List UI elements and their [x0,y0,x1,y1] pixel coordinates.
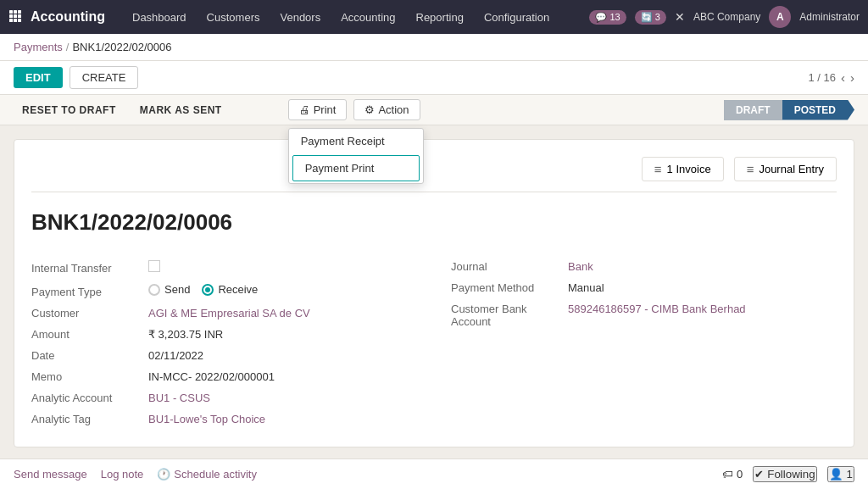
user-icon: 👤 [829,468,843,481]
nav-vendors[interactable]: Vendors [271,8,329,27]
draft-status: DRAFT [724,100,782,120]
receive-radio[interactable]: Receive [202,283,258,296]
amount-value: ₹ 3,203.75 INR [148,328,223,341]
user-avatar[interactable]: A [769,6,791,28]
posted-status: POSTED [782,100,854,120]
content-card: ≡ 1 Invoice ≡ Journal Entry BNK1/2022/02… [14,139,854,447]
form-grid: Internal Transfer Payment Type Send Rece… [31,256,837,430]
nav-reporting[interactable]: Reporting [408,8,472,27]
memo-row: Memo IN-MCC- 2022/02/000001 [31,366,417,387]
payment-type-row: Payment Type Send Receive [31,279,417,303]
svg-rect-6 [9,19,13,22]
followers-button[interactable]: 👤 1 [827,466,854,482]
customer-label: Customer [31,307,142,320]
payment-method-row: Payment Method Manual [451,277,837,298]
memo-label: Memo [31,370,142,383]
action-button[interactable]: ⚙ Action [353,99,420,120]
svg-rect-5 [18,14,21,18]
smart-buttons-bar: ≡ 1 Invoice ≡ Journal Entry [31,157,837,192]
nav-right: 💬 13 🔄 3 ✕ ABC Company A Administrator [589,6,860,28]
amount-label: Amount [31,328,142,341]
send-message-button[interactable]: Send message [14,468,87,481]
svg-rect-8 [18,19,21,22]
date-row: Date 02/11/2022 [31,345,417,366]
journal-list-icon: ≡ [747,162,754,176]
payment-print-option[interactable]: Payment Print [292,155,420,181]
company-name: ABC Company [693,11,760,23]
payment-receipt-option[interactable]: Payment Receipt [289,129,423,153]
svg-rect-2 [18,10,21,14]
pagination: 1 / 16 ‹ › [808,70,854,85]
svg-rect-0 [9,10,13,14]
secondary-bar: RESET TO DRAFT MARK AS SENT 🖨 Print Paym… [0,95,868,125]
send-radio-label: Send [164,283,190,296]
receive-radio-circle [202,284,214,296]
breadcrumb-separator: / [66,41,70,53]
print-button[interactable]: 🖨 Print [288,99,348,120]
pagination-text: 1 / 16 [808,71,836,84]
svg-rect-4 [14,14,17,18]
print-dropdown-container: 🖨 Print Payment Receipt Payment Print [288,99,348,120]
bottom-right: 🏷 0 ✔ Following 👤 1 [722,466,854,482]
breadcrumb-current: BNK1/2022/02/0006 [72,41,171,53]
close-icon[interactable]: ✕ [675,10,685,24]
analytic-account-label: Analytic Account [31,392,142,404]
pagination-next[interactable]: › [850,70,854,85]
date-value: 02/11/2022 [148,349,203,362]
schedule-activity-button[interactable]: 🕐 Schedule activity [157,468,257,481]
internal-transfer-label: Internal Transfer [31,262,142,275]
create-button[interactable]: CREATE [70,66,139,89]
date-label: Date [31,349,142,362]
customer-bank-account-label: Customer BankAccount [451,303,561,328]
nav-dashboard[interactable]: Dashboard [124,8,195,27]
journal-row: Journal Bank [451,256,837,277]
pagination-prev[interactable]: ‹ [841,70,845,85]
analytic-tag-value[interactable]: BU1-Lowe's Top Choice [148,413,265,425]
print-icon: 🖨 [299,103,310,116]
journal-value[interactable]: Bank [568,260,593,273]
gear-icon: ⚙ [364,103,375,116]
customer-value[interactable]: AGI & ME Empresarial SA de CV [148,307,310,320]
mark-as-sent-button[interactable]: MARK AS SENT [131,101,231,119]
nav-accounting[interactable]: Accounting [332,8,403,27]
internal-transfer-row: Internal Transfer [31,256,417,279]
internal-transfer-checkbox[interactable] [148,260,160,272]
send-radio[interactable]: Send [148,283,190,296]
analytic-tag-label: Analytic Tag [31,413,142,425]
payment-method-value: Manual [568,281,604,294]
journal-entry-smart-button[interactable]: ≡ Journal Entry [734,157,837,181]
invoice-smart-button[interactable]: ≡ 1 Invoice [642,157,724,181]
analytic-account-value[interactable]: BU1 - CSUS [148,392,210,404]
breadcrumb: Payments / BNK1/2022/02/0006 [0,34,868,61]
nav-customers[interactable]: Customers [198,8,269,27]
action-bar: EDIT CREATE 1 / 16 ‹ › [0,61,868,95]
customer-bank-account-row: Customer BankAccount 589246186597 - CIMB… [451,298,837,332]
record-title: BNK1/2022/02/0006 [31,209,837,236]
payment-type-radio: Send Receive [148,283,258,296]
journal-label: Journal [451,260,561,273]
clock-icon: 🕐 [157,468,170,481]
customer-bank-account-value[interactable]: 589246186597 - CIMB Bank Berhad [568,303,746,315]
edit-button[interactable]: EDIT [14,67,63,88]
send-radio-circle [148,284,160,296]
followers-count: 🏷 0 [722,468,743,481]
nav-configuration[interactable]: Configuration [476,8,558,27]
breadcrumb-parent[interactable]: Payments [14,41,63,53]
print-action-group: 🖨 Print Payment Receipt Payment Print ⚙ … [288,99,420,120]
svg-rect-3 [9,14,13,18]
app-brand: Accounting [31,9,105,25]
grid-icon[interactable] [8,9,22,25]
customer-row: Customer AGI & ME Empresarial SA de CV [31,303,417,324]
svg-rect-7 [14,19,17,22]
main-content: ≡ 1 Invoice ≡ Journal Entry BNK1/2022/02… [0,125,868,489]
svg-rect-1 [14,10,17,14]
memo-value: IN-MCC- 2022/02/000001 [148,370,275,383]
payment-method-label: Payment Method [451,281,561,294]
user-name: Administrator [799,11,860,23]
messages-badge[interactable]: 💬 13 [589,10,626,25]
reset-to-draft-button[interactable]: RESET TO DRAFT [14,101,125,119]
activities-badge[interactable]: 🔄 3 [635,10,666,25]
log-note-button[interactable]: Log note [101,468,144,481]
status-badges: DRAFT POSTED [724,100,854,120]
following-button[interactable]: ✔ Following [753,466,816,482]
